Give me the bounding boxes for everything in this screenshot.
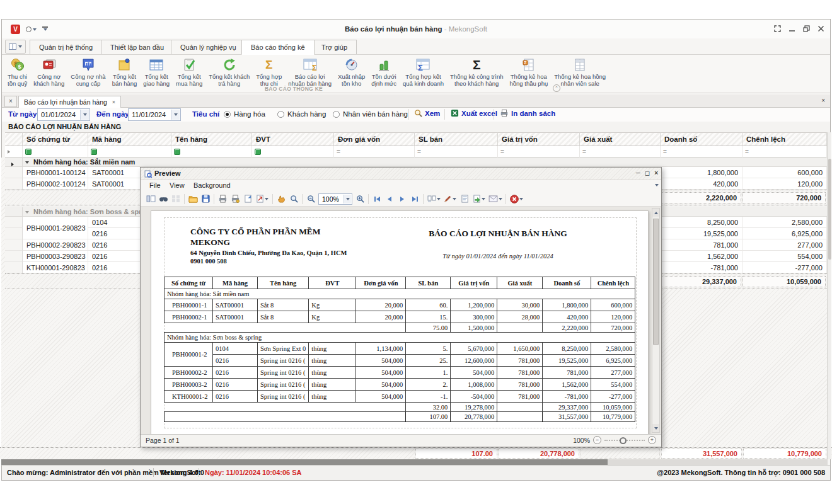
radio-nhan-vien-ban-hang[interactable] xyxy=(333,111,340,118)
menu-view[interactable]: View xyxy=(170,181,185,189)
preview-title-bar[interactable]: Preview ─ ◻ × xyxy=(141,168,661,180)
zoom-out-icon[interactable]: − xyxy=(593,436,601,444)
cong-no-nha-cung-cap-button[interactable]: Công nợ nhà cung cấp xyxy=(67,56,108,87)
multiple-pages-button[interactable] xyxy=(425,193,442,205)
filter-cell[interactable] xyxy=(252,146,334,158)
collapse-group-icon[interactable] xyxy=(25,161,29,164)
zoom-in-icon[interactable]: + xyxy=(648,436,656,444)
app-menu-button[interactable] xyxy=(5,40,26,54)
radio-hang-hoa[interactable] xyxy=(224,111,231,118)
cong-no-khach-hang-button[interactable]: Công nợ khách hàng xyxy=(30,56,67,87)
filter-cell[interactable]: = xyxy=(661,146,742,158)
tong-ket-khach-tra-hang-button[interactable]: Tổng kết khách trả hàng xyxy=(205,56,253,87)
column-header[interactable]: Doanh số xyxy=(661,132,742,146)
cell-doanh-so[interactable]: 781,000 xyxy=(661,239,742,251)
thu-chi-ton-quy-button[interactable]: $$Thu chi tồn quỹ xyxy=(4,56,30,87)
ribbon-collapse-button[interactable]: ⌃ xyxy=(553,84,560,92)
print-button[interactable] xyxy=(216,193,229,205)
filter-cell[interactable] xyxy=(171,146,252,158)
tab-bao-cao-thong-ke[interactable]: Báo cáo thống kê xyxy=(241,40,315,55)
cell-chenh-lech[interactable]: -277,000 xyxy=(742,262,827,273)
vscroll-thumb[interactable] xyxy=(828,159,831,260)
thong-ke-hoa-hong-nhan-vien-sale-button[interactable]: Thống kê hoa hồng nhân viên sale xyxy=(551,56,609,87)
cell-doanh-so[interactable]: 8,250,000 xyxy=(661,217,742,228)
first-page-button[interactable] xyxy=(371,193,383,205)
filter-type-icon[interactable] xyxy=(174,149,180,155)
cell-doanh-so[interactable]: 420,000 xyxy=(661,178,742,190)
quick-print-button[interactable] xyxy=(229,193,241,205)
tong-ket-giao-hang-button[interactable]: Tổng kết giao hàng xyxy=(140,56,173,87)
close-document-button[interactable]: × xyxy=(821,97,825,104)
grid-group-row[interactable]: Nhóm hàng hóa: Sắt miền nam xyxy=(5,158,827,167)
cell-doanh-so[interactable]: 1,562,000 xyxy=(661,251,742,262)
filter-cell[interactable]: = xyxy=(334,146,415,158)
find-button[interactable] xyxy=(157,193,170,205)
thong-ke-hoa-hong-thau-phu-button[interactable]: ΣThống kê hoa hồng thầu phụ xyxy=(506,56,551,87)
column-header[interactable]: Chênh lệch xyxy=(742,132,827,146)
column-header[interactable]: Đơn giá vốn xyxy=(334,132,415,146)
zoom-slider[interactable] xyxy=(604,440,645,441)
preview-window[interactable]: Preview ─ ◻ × File View Background 100% xyxy=(140,167,662,447)
equals-operator-icon[interactable]: = xyxy=(417,148,421,155)
cell-doanh-so[interactable]: 1,800,000 xyxy=(661,167,742,178)
save-button[interactable] xyxy=(199,193,212,205)
equals-operator-icon[interactable]: = xyxy=(663,148,667,155)
magnifier-button[interactable] xyxy=(287,193,300,205)
print-list-button[interactable]: In danh sách xyxy=(500,109,555,117)
horizontal-scrollbar[interactable] xyxy=(1,459,828,465)
filter-cell[interactable]: = xyxy=(498,146,580,158)
menu-background[interactable]: Background xyxy=(194,181,231,189)
column-header[interactable]: SL bán xyxy=(415,132,498,146)
scroll-down-icon[interactable] xyxy=(652,424,659,432)
cell-doanh-so[interactable]: 19,525,000 xyxy=(661,228,742,239)
scroll-up-icon[interactable] xyxy=(652,209,659,217)
filter-cell[interactable]: = xyxy=(580,146,661,158)
equals-operator-icon[interactable]: = xyxy=(745,148,749,155)
cell-chenh-lech[interactable]: 6,925,000 xyxy=(742,228,827,239)
chevron-down-icon[interactable] xyxy=(344,195,351,203)
zoom-combobox[interactable]: 100% xyxy=(318,193,352,205)
column-header[interactable]: Tên hàng xyxy=(171,132,252,146)
equals-operator-icon[interactable]: = xyxy=(337,148,340,155)
equals-operator-icon[interactable]: = xyxy=(582,148,586,155)
tab-thiet-lap-ban-dau[interactable]: Thiết lập ban đầu xyxy=(101,40,173,55)
tong-ket-mua-hang-button[interactable]: Tổng kết mua hàng xyxy=(173,56,205,87)
to-date-combobox[interactable]: 11/01/2024 xyxy=(128,108,181,121)
filter-type-icon[interactable] xyxy=(25,149,32,155)
ton-duoi-dinh-muc-button[interactable]: Tồn dưới định mức xyxy=(368,56,400,87)
hscroll-thumb[interactable] xyxy=(1,459,608,465)
cell-doanh-so[interactable]: -781,000 xyxy=(661,262,742,273)
preview-vscroll-thumb[interactable] xyxy=(653,219,659,345)
tab-quan-ly-nghiep-vu[interactable]: Quản lý nghiệp vụ xyxy=(171,40,246,55)
document-map-button[interactable] xyxy=(144,193,157,205)
close-tab-icon[interactable]: × xyxy=(112,97,115,108)
bao-cao-loi-nhuan-ban-hang-button[interactable]: ΣBáo cáo lợi nhuận bán hàng xyxy=(285,56,335,87)
thumbnails-button[interactable] xyxy=(170,193,182,205)
cell-so-chung-tu[interactable]: PBH00001-100124 xyxy=(23,167,88,178)
radio-nhan-vien-ban-hang-label[interactable]: Nhân viên bán hàng xyxy=(343,110,408,118)
page-background-button[interactable] xyxy=(458,193,471,205)
chevron-down-icon[interactable] xyxy=(171,110,180,120)
filter-type-icon[interactable] xyxy=(255,149,261,155)
xuat-nhap-ton-kho-button[interactable]: Xuất nhập tồn kho xyxy=(335,56,368,87)
zoom-out-button[interactable] xyxy=(304,193,317,205)
export-excel-button[interactable]: Xuất excel xyxy=(451,109,497,117)
cell-so-chung-tu[interactable]: KTH00001-290823 xyxy=(23,262,88,273)
previous-page-button[interactable] xyxy=(383,193,396,205)
minimize-button[interactable] xyxy=(788,25,796,33)
next-page-button[interactable] xyxy=(396,193,408,205)
cell-so-chung-tu[interactable]: PBH00002-100124 xyxy=(23,178,88,190)
view-button[interactable]: Xem xyxy=(414,109,440,117)
column-header[interactable]: ĐVT xyxy=(252,132,334,146)
tab-tro-giup[interactable]: Trợ giúp xyxy=(312,40,357,55)
vertical-scrollbar[interactable] xyxy=(827,132,831,459)
fullscreen-button[interactable] xyxy=(773,25,782,33)
filter-cell[interactable] xyxy=(23,146,88,158)
close-preview-button[interactable] xyxy=(508,193,524,205)
radio-hang-hoa-label[interactable]: Hàng hóa xyxy=(234,110,265,118)
collapse-group-icon[interactable] xyxy=(25,211,29,214)
cell-chenh-lech[interactable]: 554,000 xyxy=(742,251,827,262)
zoom-slider-thumb[interactable] xyxy=(620,437,627,444)
watermark-button[interactable] xyxy=(442,193,458,205)
restore-button[interactable] xyxy=(802,25,811,33)
